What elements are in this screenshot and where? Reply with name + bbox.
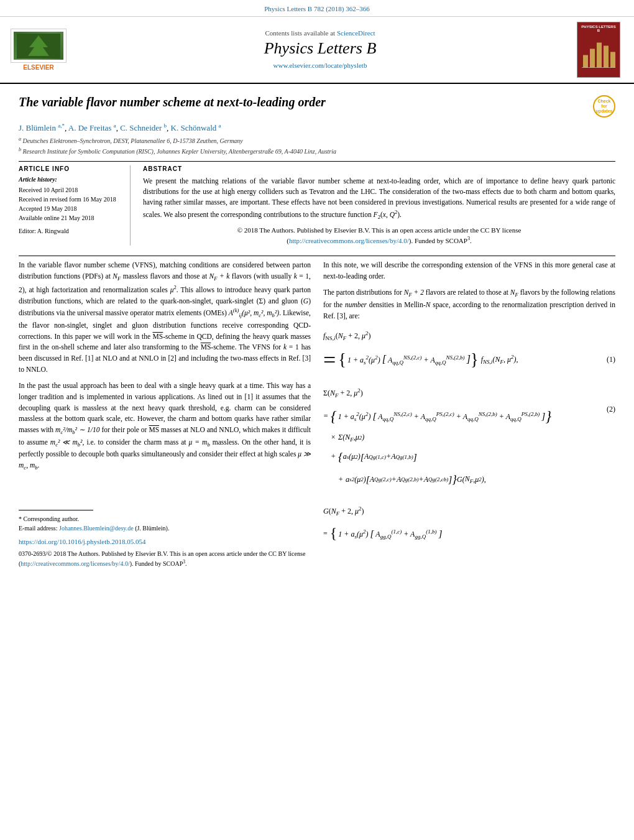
footnote-email: E-mail address: Johannes.Bluemlein@desy.… bbox=[19, 524, 311, 533]
journal-cover: PHYSICS LETTERS B bbox=[571, 22, 627, 78]
affiliation-b: b Research Institute for Symbolic Comput… bbox=[19, 146, 615, 156]
footer-doi-link[interactable]: https://doi.org/10.1016/j.physletb.2018.… bbox=[19, 538, 146, 545]
affiliation-a: a Deutsches Elektronen–Synchrotron, DESY… bbox=[19, 136, 615, 145]
article-info-header: ARTICLE INFO bbox=[19, 165, 121, 172]
elsevier-logo: ELSEVIER bbox=[7, 29, 70, 71]
body-right-para-1: In this note, we will describe the corre… bbox=[323, 260, 615, 282]
footer-cc-link[interactable]: http://creativecommons.org/licenses/by/4… bbox=[21, 560, 129, 567]
body-right-para-2: The parton distributions for NF + 2 flav… bbox=[323, 287, 615, 321]
abstract-text: We present the matching relations of the… bbox=[143, 176, 615, 221]
author-3: C. Schneider b bbox=[120, 123, 167, 132]
author-2: A. De Freitas a bbox=[68, 123, 116, 132]
journal-url: www.elsevier.com/locate/physletb bbox=[70, 60, 571, 70]
body-para-2: In the past the usual approach has been … bbox=[19, 381, 311, 473]
body-section: In the variable flavor number scheme (VF… bbox=[19, 260, 615, 568]
journal-title: Physics Letters B bbox=[70, 39, 571, 58]
journal-url-link[interactable]: www.elsevier.com/locate/physletb bbox=[273, 62, 367, 69]
cc-license-link[interactable]: http://creativecommons.org/licenses/by/4… bbox=[289, 237, 409, 244]
svg-rect-7 bbox=[604, 46, 609, 68]
editor-info: Editor: A. Ringwald bbox=[19, 226, 121, 236]
accepted-date: Accepted 19 May 2018 bbox=[19, 204, 121, 213]
svg-rect-5 bbox=[590, 49, 595, 68]
authors-line: J. Blümlein a,*, A. De Freitas a, C. Sch… bbox=[19, 122, 615, 133]
doi-bar: Physics Letters B 782 (2018) 362–366 bbox=[0, 0, 634, 17]
received-date: Received 10 April 2018 bbox=[19, 185, 121, 195]
received-revised-date: Received in revised form 16 May 2018 bbox=[19, 195, 121, 204]
author-4: K. Schönwald a bbox=[171, 123, 221, 132]
article-title: The variable flavor number scheme at nex… bbox=[19, 94, 587, 110]
equation-2-number: (2) bbox=[607, 403, 615, 415]
article-history-label: Article history: bbox=[19, 176, 121, 183]
svg-rect-4 bbox=[583, 55, 588, 68]
author-1: J. Blümlein a,* bbox=[19, 123, 65, 132]
contents-line: Contents lists available at ScienceDirec… bbox=[70, 29, 571, 37]
divider-2 bbox=[19, 256, 615, 256]
equation-2-block: Σ(NF + 2, μ2) = { 1 + as2(μ2) [ Aqq,QNS,… bbox=[323, 384, 615, 497]
divider-1 bbox=[19, 161, 615, 162]
abstract-header: ABSTRACT bbox=[143, 165, 615, 172]
footer-copyright: 0370-2693/© 2018 The Authors. Published … bbox=[19, 549, 311, 568]
equation-1-number: (1) bbox=[607, 353, 615, 366]
affiliations: a Deutsches Elektronen–Synchrotron, DESY… bbox=[19, 136, 615, 156]
journal-center: Contents lists available at ScienceDirec… bbox=[70, 29, 571, 70]
article-container: The variable flavor number scheme at nex… bbox=[0, 84, 634, 581]
equation-3-block: G(NF + 2, μ2) = { 1 + as(μ2) [ Agg,Q(1,c… bbox=[323, 502, 615, 552]
footnote-area: * Corresponding author. E-mail address: … bbox=[19, 510, 311, 568]
abstract-copyright: © 2018 The Authors. Published by Elsevie… bbox=[143, 225, 615, 246]
body-left-col: In the variable flavor number scheme (VF… bbox=[19, 260, 311, 568]
article-title-section: The variable flavor number scheme at nex… bbox=[19, 94, 615, 118]
svg-rect-6 bbox=[597, 43, 602, 68]
body-para-1: In the variable flavor number scheme (VF… bbox=[19, 260, 311, 375]
article-info-col: ARTICLE INFO Article history: Received 1… bbox=[19, 165, 131, 246]
footnote-divider bbox=[19, 510, 93, 510]
email-link[interactable]: Johannes.Bluemlein@desy.de bbox=[59, 525, 134, 532]
svg-rect-8 bbox=[610, 52, 615, 68]
info-abstract-section: ARTICLE INFO Article history: Received 1… bbox=[19, 165, 615, 246]
body-right-col: In this note, we will describe the corre… bbox=[323, 260, 615, 568]
sciencedirect-link[interactable]: ScienceDirect bbox=[337, 29, 375, 37]
check-for-updates-badge: Checkforupdates bbox=[593, 95, 615, 118]
doi-link[interactable]: Physics Letters B 782 (2018) 362–366 bbox=[264, 5, 370, 12]
footnote-corresponding: * Corresponding author. bbox=[19, 514, 311, 524]
abstract-col: ABSTRACT We present the matching relatio… bbox=[143, 165, 615, 246]
equation-1-block: fNS,i(NF + 2, μ2) = { 1 + as2(μ2) [ Aqq,… bbox=[323, 326, 615, 379]
elsevier-label: ELSEVIER bbox=[23, 64, 53, 71]
journal-header: ELSEVIER Contents lists available at Sci… bbox=[0, 17, 634, 84]
available-online-date: Available online 21 May 2018 bbox=[19, 213, 121, 223]
